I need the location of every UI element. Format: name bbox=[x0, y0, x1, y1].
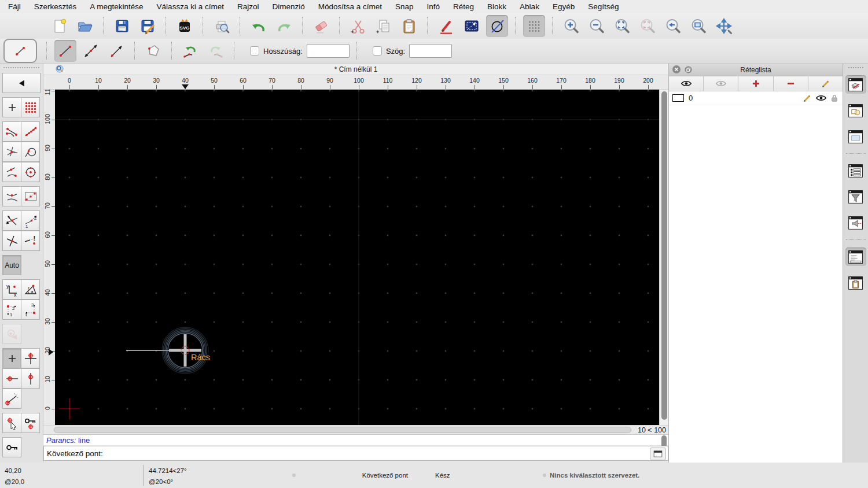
restrict-auto-button[interactable]: Auto bbox=[2, 255, 21, 275]
toolbar-gripper[interactable] bbox=[3, 67, 39, 71]
angle-input[interactable] bbox=[409, 44, 452, 58]
dock-block-list-button[interactable] bbox=[845, 101, 866, 120]
edit-layer-icon[interactable] bbox=[802, 94, 811, 103]
menu-fajl[interactable]: Fájl bbox=[8, 2, 21, 11]
menu-ablak[interactable]: Ablak bbox=[520, 2, 539, 11]
menu-snap[interactable]: Snap bbox=[395, 2, 414, 11]
restrict-vertical-button[interactable] bbox=[21, 368, 40, 389]
print-preview-button[interactable] bbox=[211, 15, 233, 37]
edit-layer-button[interactable] bbox=[808, 76, 843, 91]
new-file-button[interactable] bbox=[49, 15, 71, 37]
coordinate-cartesian-button[interactable]: yx bbox=[2, 279, 21, 300]
undo-segment-button[interactable] bbox=[179, 40, 201, 62]
menu-modositsa-a-cimet[interactable]: Módosítsa a címet bbox=[318, 2, 382, 11]
zoom-back-button[interactable] bbox=[662, 15, 684, 37]
layer-visible-icon[interactable] bbox=[815, 94, 827, 102]
zoom-in-button[interactable] bbox=[560, 15, 582, 37]
zoom-pan-button[interactable] bbox=[713, 15, 735, 37]
menu-egyeb[interactable]: Egyéb bbox=[553, 2, 575, 11]
draw-line-button[interactable] bbox=[54, 40, 76, 62]
remove-layer-button[interactable] bbox=[774, 76, 808, 91]
close-icon[interactable] bbox=[672, 65, 681, 73]
export-svg-button[interactable]: SVG bbox=[174, 15, 196, 37]
coordinate-polar-button[interactable]: ra bbox=[21, 279, 40, 300]
dock-clipboard-button[interactable] bbox=[845, 273, 866, 292]
drawing-canvas[interactable]: Rács bbox=[55, 90, 659, 425]
hide-all-layers-button[interactable] bbox=[704, 76, 738, 91]
zoom-window-button[interactable] bbox=[687, 15, 709, 37]
menu-blokk[interactable]: Blokk bbox=[487, 2, 506, 11]
angle-checkbox[interactable] bbox=[373, 46, 382, 56]
restrict-nothing-button[interactable] bbox=[2, 231, 21, 251]
layer-color-swatch[interactable] bbox=[672, 94, 684, 102]
menu-rajzol[interactable]: Rajzol bbox=[237, 2, 259, 11]
collapse-toolbar-button[interactable] bbox=[2, 73, 41, 93]
zoom-auto-button[interactable] bbox=[611, 15, 633, 37]
intersection-manual-button[interactable]: 12 bbox=[21, 210, 40, 231]
angle-gauge-button[interactable] bbox=[2, 389, 21, 409]
menu-dimenzio[interactable]: Dimenzió bbox=[272, 2, 304, 11]
select-window-button[interactable] bbox=[461, 15, 483, 37]
toolbar-gripper[interactable] bbox=[848, 67, 863, 71]
dock-library-browser-button[interactable] bbox=[845, 127, 866, 146]
menu-reteg[interactable]: Réteg bbox=[453, 2, 474, 11]
scrollbar-thumb[interactable] bbox=[661, 91, 667, 420]
menu-info[interactable]: Infó bbox=[427, 2, 440, 11]
dock-beamer-button[interactable] bbox=[845, 213, 866, 232]
copy-button[interactable] bbox=[373, 15, 395, 37]
canvas-vertical-scrollbar[interactable] bbox=[659, 90, 668, 425]
snap-on-entity-button[interactable] bbox=[21, 121, 40, 142]
relative-zero-position-button[interactable] bbox=[21, 348, 40, 368]
menu-segitseg[interactable]: Segítség bbox=[588, 2, 619, 11]
add-layer-button[interactable] bbox=[738, 76, 773, 91]
snap-endpoint-button[interactable] bbox=[2, 121, 21, 142]
delete-button[interactable] bbox=[310, 15, 332, 37]
undo-button[interactable] bbox=[248, 15, 270, 37]
save-as-button[interactable] bbox=[137, 15, 159, 37]
menu-valassza-ki-a-cimet[interactable]: Válassza ki a címet bbox=[157, 2, 224, 11]
show-all-layers-button[interactable] bbox=[669, 76, 704, 91]
draw-line-infinite-button[interactable] bbox=[80, 40, 102, 62]
draw-ray-button[interactable] bbox=[105, 40, 127, 62]
snap-tangent-button[interactable] bbox=[21, 142, 40, 162]
canvas-horizontal-scrollbar[interactable] bbox=[54, 427, 631, 433]
order-points-21-button[interactable]: 12 bbox=[21, 300, 40, 320]
dock-command-line-button[interactable] bbox=[845, 247, 866, 266]
pick-coordinate-button[interactable] bbox=[2, 413, 21, 433]
length-checkbox[interactable] bbox=[250, 46, 259, 56]
draw-polyline-button[interactable] bbox=[142, 40, 164, 62]
restrict-alert-button[interactable]: ! bbox=[21, 231, 40, 251]
snap-free-button[interactable] bbox=[2, 97, 21, 117]
grid-toggle-button[interactable] bbox=[523, 15, 545, 37]
command-input[interactable]: Következő pont: bbox=[43, 446, 668, 461]
paste-button[interactable] bbox=[398, 15, 420, 37]
snap-entity-box-button[interactable] bbox=[21, 186, 40, 206]
layer-lock-icon[interactable] bbox=[831, 94, 838, 102]
dock-entity-list-button[interactable] bbox=[845, 161, 866, 180]
cut-button[interactable] bbox=[347, 15, 369, 37]
snap-middle-button[interactable] bbox=[2, 186, 21, 206]
dock-layer-list-button[interactable] bbox=[845, 75, 866, 94]
redo-button[interactable] bbox=[273, 15, 295, 37]
lock-key-button[interactable] bbox=[2, 437, 21, 457]
open-file-button[interactable] bbox=[74, 15, 96, 37]
lock-relative-zero-button[interactable] bbox=[21, 413, 40, 433]
snap-center-button[interactable] bbox=[21, 162, 40, 182]
snap-intersection-button[interactable] bbox=[2, 142, 21, 162]
menu-szerkesztes[interactable]: Szerkesztés bbox=[34, 2, 77, 11]
zoom-out-button[interactable] bbox=[586, 15, 608, 37]
restrict-horizontal-button[interactable] bbox=[2, 368, 21, 389]
current-tool-line[interactable] bbox=[3, 39, 37, 63]
command-dock-button[interactable] bbox=[650, 448, 666, 460]
snap-distance-button[interactable] bbox=[2, 162, 21, 182]
length-input[interactable] bbox=[307, 44, 350, 58]
intersection-auto-button[interactable] bbox=[2, 210, 21, 231]
pen-edit-button[interactable] bbox=[435, 15, 457, 37]
dock-filter-button[interactable] bbox=[845, 187, 866, 206]
layer-row[interactable]: 0 bbox=[669, 91, 843, 105]
snap-grid-button[interactable] bbox=[21, 97, 40, 117]
circle-line-button[interactable] bbox=[486, 15, 508, 37]
set-relative-zero-button[interactable] bbox=[2, 348, 21, 368]
save-button[interactable] bbox=[111, 15, 133, 37]
order-points-12-button[interactable]: 12 bbox=[2, 300, 21, 320]
